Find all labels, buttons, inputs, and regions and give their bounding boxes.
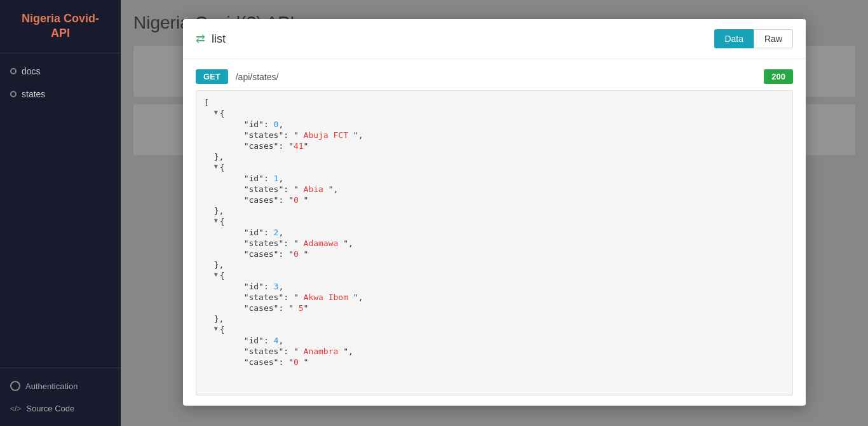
modal-overlay: ⇄ list Data Raw GET /api/states/ 200 [	[121, 0, 868, 426]
json-item-1-start: ▼{	[196, 162, 792, 173]
raw-button[interactable]: Raw	[754, 29, 793, 48]
source-code-label: Source Code	[26, 404, 74, 413]
modal-title: list	[212, 32, 226, 46]
json-item-1-cases: "cases": "0 "	[196, 195, 792, 205]
modal-header-buttons: Data Raw	[714, 29, 793, 48]
json-item-0-id: "id": 0,	[196, 119, 792, 130]
json-item-0-end: },	[196, 151, 792, 162]
json-item-2-states: "states": " Adamawa ",	[196, 238, 792, 249]
sidebar-nav: docs states	[0, 53, 121, 368]
json-item-3-start: ▼{	[196, 270, 792, 281]
sidebar-item-docs[interactable]: docs	[0, 60, 121, 83]
endpoint-url: /api/states/	[236, 72, 279, 82]
sidebar-item-states-label: states	[22, 89, 45, 99]
source-code-icon: </>	[10, 404, 21, 413]
json-item-4-states: "states": " Anambra ",	[196, 346, 792, 357]
response-section: GET /api/states/ 200 [ ▼{ "id": 0,	[183, 59, 806, 406]
data-button[interactable]: Data	[714, 29, 754, 48]
sidebar-title: Nigeria Covid-API	[0, 0, 121, 53]
authentication-label: Authentication	[25, 381, 78, 391]
json-bracket-open: [	[196, 97, 792, 108]
modal-title-group: ⇄ list	[196, 32, 226, 46]
authentication-icon	[10, 381, 20, 391]
json-viewer[interactable]: [ ▼{ "id": 0, "states": " Abuja FCT ",	[196, 90, 793, 395]
response-bar: GET /api/states/ 200	[196, 69, 793, 84]
sidebar-item-authentication[interactable]: Authentication	[0, 374, 121, 397]
json-item-4-cases: "cases": "0 "	[196, 357, 792, 368]
json-item-1-id: "id": 1,	[196, 173, 792, 184]
sidebar-item-states[interactable]: states	[0, 83, 121, 106]
sidebar-bottom: Authentication </> Source Code	[0, 368, 121, 426]
arrows-icon: ⇄	[196, 32, 205, 46]
json-item-3-cases: "cases": " 5"	[196, 303, 792, 313]
modal-dialog: ⇄ list Data Raw GET /api/states/ 200 [	[183, 19, 806, 406]
json-item-4-id: "id": 4,	[196, 335, 792, 346]
json-item-1-end: },	[196, 205, 792, 216]
json-item-4-start: ▼{	[196, 324, 792, 335]
json-item-0-cases: "cases": "41"	[196, 141, 792, 151]
main-area: Nigeria Covid(?) API... ⇄ list Data Raw …	[121, 0, 868, 426]
docs-dot-icon	[10, 68, 17, 74]
json-item-3-id: "id": 3,	[196, 281, 792, 292]
json-item-1-states: "states": " Abia ",	[196, 184, 792, 195]
sidebar: Nigeria Covid-API docs states Authentica…	[0, 0, 121, 426]
json-item-3-states: "states": " Akwa Ibom ",	[196, 292, 792, 303]
sidebar-item-docs-label: docs	[22, 66, 41, 76]
json-item-2-start: ▼{	[196, 216, 792, 227]
sidebar-item-source-code[interactable]: </> Source Code	[0, 397, 121, 420]
status-badge: 200	[764, 69, 793, 84]
json-item-2-end: },	[196, 259, 792, 270]
modal-header: ⇄ list Data Raw	[183, 19, 806, 59]
method-badge: GET	[196, 69, 228, 84]
json-item-2-id: "id": 2,	[196, 227, 792, 238]
states-dot-icon	[10, 91, 17, 97]
json-item-3-end: },	[196, 313, 792, 324]
json-item-0-states: "states": " Abuja FCT ",	[196, 130, 792, 141]
json-item-2-cases: "cases": "0 "	[196, 249, 792, 259]
json-item-0-start: ▼{	[196, 108, 792, 119]
